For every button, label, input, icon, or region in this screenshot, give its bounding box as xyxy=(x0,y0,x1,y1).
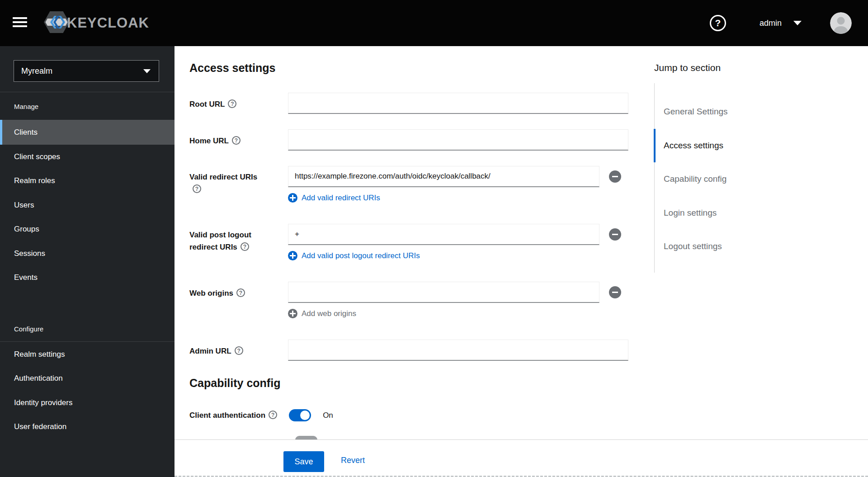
jump-item-label: General Settings xyxy=(664,107,728,117)
sidebar-item-groups[interactable]: Groups xyxy=(0,217,175,242)
add-link-label: Add valid redirect URIs xyxy=(302,194,380,203)
sidebar-item-clients[interactable]: Clients xyxy=(0,120,175,145)
form-row-valid-redirect-uris: Valid redirect URIs Add valid redirect U… xyxy=(189,166,621,203)
valid-post-logout-redirect-uri-input[interactable] xyxy=(288,224,599,245)
section-heading-access-settings: Access settings xyxy=(189,61,275,75)
add-link-label: Add valid post logout redirect URIs xyxy=(302,251,420,260)
jump-item-capability-config[interactable]: Capability config xyxy=(655,162,799,196)
toggle-state-label: On xyxy=(323,411,333,420)
question-circle-icon[interactable] xyxy=(235,346,243,355)
keycloak-logo-icon xyxy=(43,11,70,35)
sidebar-item-label: User federation xyxy=(14,422,66,431)
menu-icon[interactable] xyxy=(13,15,31,31)
question-circle-icon[interactable] xyxy=(236,288,245,297)
field-label: Admin URL xyxy=(189,340,288,361)
sidebar-item-realm-roles[interactable]: Realm roles xyxy=(0,169,175,194)
field-label: Root URL xyxy=(189,93,288,114)
question-circle-icon[interactable] xyxy=(228,99,236,108)
keycloak-admin-console: KEYCLOAK admin Myrealm Manage xyxy=(0,0,868,477)
sidebar-item-sessions[interactable]: Sessions xyxy=(0,241,175,266)
nav-section-title-configure: Configure xyxy=(0,314,175,337)
avatar[interactable] xyxy=(830,12,852,34)
minus-circle-icon[interactable] xyxy=(609,170,621,183)
plus-circle-icon xyxy=(288,193,297,203)
realm-selector[interactable]: Myrealm xyxy=(14,60,159,82)
add-link-label: Add web origins xyxy=(302,309,356,318)
sidebar-item-events[interactable]: Events xyxy=(0,266,175,290)
minus-circle-icon[interactable] xyxy=(609,228,621,241)
add-valid-redirect-uris-button[interactable]: Add valid redirect URIs xyxy=(288,193,621,203)
jump-item-logout-settings[interactable]: Logout settings xyxy=(655,230,799,264)
field-label: Valid post logout redirect URIs xyxy=(189,224,288,260)
form-action-footer: Save Revert xyxy=(175,439,868,477)
question-circle-icon[interactable] xyxy=(269,411,277,419)
field-label: Web origins xyxy=(189,282,288,318)
minus-circle-icon[interactable] xyxy=(609,286,621,298)
save-button[interactable]: Save xyxy=(283,451,324,472)
field-label: Home URL xyxy=(189,129,288,151)
sidebar-item-client-scopes[interactable]: Client scopes xyxy=(0,145,175,169)
realm-selector-value: Myrealm xyxy=(21,66,52,76)
question-circle-icon[interactable] xyxy=(193,184,201,193)
sidebar-item-label: Realm roles xyxy=(14,176,55,185)
sidebar-item-authentication[interactable]: Authentication xyxy=(0,367,175,391)
sidebar-item-label: Clients xyxy=(14,128,38,137)
jump-item-label: Capability config xyxy=(664,174,726,184)
sidebar-item-label: Users xyxy=(14,201,34,210)
field-label: Valid redirect URIs xyxy=(189,166,288,203)
home-url-input[interactable] xyxy=(288,129,628,151)
sidebar: Myrealm Manage Clients Client scopes Rea… xyxy=(0,46,175,477)
masthead: KEYCLOAK admin xyxy=(0,0,868,46)
brand-text: KEYCLOAK xyxy=(67,15,149,31)
sidebar-item-label: Events xyxy=(14,273,38,282)
jump-item-login-settings[interactable]: Login settings xyxy=(655,196,799,230)
sidebar-item-label: Client scopes xyxy=(14,152,60,161)
sidebar-item-users[interactable]: Users xyxy=(0,193,175,217)
form-row-home-url: Home URL xyxy=(189,129,628,151)
admin-url-input[interactable] xyxy=(288,340,628,361)
sidebar-item-label: Sessions xyxy=(14,249,45,258)
plus-circle-icon xyxy=(288,251,297,260)
jump-item-access-settings[interactable]: Access settings xyxy=(655,129,799,163)
help-icon[interactable] xyxy=(710,15,726,31)
plus-circle-icon xyxy=(288,309,297,318)
nav-group-manage: Clients Client scopes Realm roles Users … xyxy=(0,114,175,290)
web-origins-input[interactable] xyxy=(288,282,599,303)
form-row-client-authentication: Client authentication On xyxy=(189,409,333,421)
root-url-input[interactable] xyxy=(288,93,628,114)
nav-group-configure: Realm settings Authentication Identity p… xyxy=(0,342,175,439)
sidebar-item-identity-providers[interactable]: Identity providers xyxy=(0,391,175,415)
sidebar-item-label: Identity providers xyxy=(14,398,72,407)
sidebar-item-realm-settings[interactable]: Realm settings xyxy=(0,342,175,367)
sidebar-item-label: Authentication xyxy=(14,374,63,383)
username: admin xyxy=(760,19,782,28)
jump-item-label: Access settings xyxy=(664,141,723,151)
client-authentication-toggle[interactable] xyxy=(289,409,311,421)
form-row-admin-url: Admin URL xyxy=(189,340,628,361)
form-row-web-origins: Web origins Add web origins xyxy=(189,282,621,318)
sidebar-nav: Manage Clients Client scopes Realm roles… xyxy=(0,92,175,439)
nav-section-title-manage: Manage xyxy=(0,92,175,114)
sidebar-item-label: Realm settings xyxy=(14,350,65,359)
jump-to-section-title: Jump to section xyxy=(654,62,721,73)
keycloak-logo[interactable]: KEYCLOAK xyxy=(43,11,149,35)
form-row-root-url: Root URL xyxy=(189,93,628,114)
jump-item-label: Login settings xyxy=(664,208,717,218)
main-content: Access settings Root URL Home URL Valid … xyxy=(175,46,868,477)
question-circle-icon[interactable] xyxy=(232,136,241,145)
revert-button[interactable]: Revert xyxy=(341,456,365,465)
user-menu[interactable]: admin xyxy=(760,13,802,33)
add-valid-post-logout-redirect-uris-button[interactable]: Add valid post logout redirect URIs xyxy=(288,251,621,260)
field-label: Client authentication xyxy=(189,409,277,421)
question-circle-icon[interactable] xyxy=(241,242,249,251)
form-row-valid-post-logout-redirect-uris: Valid post logout redirect URIs Add vali… xyxy=(189,224,621,260)
sidebar-item-user-federation[interactable]: User federation xyxy=(0,415,175,439)
caret-down-icon xyxy=(793,21,802,25)
valid-redirect-uri-input[interactable] xyxy=(288,166,599,187)
caret-down-icon xyxy=(143,69,151,73)
jump-item-general-settings[interactable]: General Settings xyxy=(655,95,799,129)
section-heading-capability-config: Capability config xyxy=(189,377,280,390)
sidebar-item-label: Groups xyxy=(14,225,39,234)
add-web-origins-button[interactable]: Add web origins xyxy=(288,309,621,318)
jump-to-section-nav: General Settings Access settings Capabil… xyxy=(654,83,799,273)
